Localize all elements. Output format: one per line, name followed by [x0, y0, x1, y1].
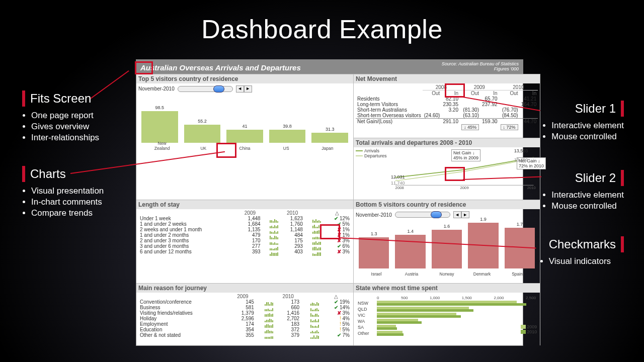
- top5-month: November-2010: [138, 86, 175, 92]
- annot-charts: Charts Visual presentation In-chart comm…: [22, 166, 104, 219]
- svg-text:2010: 2010: [527, 186, 536, 190]
- panel-total-arrivals: Total arrivals and departures 2008 - 201…: [354, 138, 540, 200]
- state-row-WA: WA: [358, 318, 536, 324]
- annot-slider1: Slider 1 Interactive element Mouse contr…: [551, 101, 624, 143]
- state-row-SA: SA: [358, 324, 536, 330]
- state-row-VIC: VIC: [358, 312, 536, 318]
- bar-UK: 55.2: [184, 125, 221, 142]
- state-legend: 2009 2010: [521, 324, 537, 334]
- top5-prev-button[interactable]: ◄: [236, 85, 244, 93]
- top5-slider[interactable]: [178, 86, 233, 92]
- dashboard: Australian Overseas Arrivals and Departu…: [136, 59, 523, 346]
- panel-top5: Top 5 visitors country of residence Nove…: [136, 74, 354, 200]
- panel-states: State where most time spent 05001,0001,5…: [354, 283, 540, 345]
- state-row-Other: Other: [358, 330, 536, 336]
- bar-Spain: 1.7: [505, 228, 535, 269]
- bottom5-slider[interactable]: [395, 212, 450, 218]
- bar-Norway: 1.6: [432, 230, 462, 268]
- dashboard-title: Australian Overseas Arrivals and Departu…: [140, 63, 301, 72]
- panel-bottom5: Bottom 5 visitors country of residence N…: [354, 200, 540, 283]
- annot-fits-screen: Fits Screen One page report Gives overvi…: [22, 90, 99, 144]
- panel-net-movement: Net Movement 200820092010OutInOutInOutIn…: [354, 74, 540, 138]
- svg-text:2009: 2009: [460, 186, 469, 190]
- bar-Japan: 31.3: [311, 133, 348, 143]
- bar-Israel: 1.3: [359, 237, 389, 268]
- panel-length-of-stay: Length of stay 20092010△Under 1 week1,44…: [136, 200, 354, 283]
- state-row-QLD: QLD: [358, 306, 536, 312]
- svg-text:2008: 2008: [395, 186, 404, 190]
- bar-New-Zealand: 98.5: [141, 111, 178, 143]
- dashboard-header: Australian Overseas Arrivals and Departu…: [136, 60, 523, 74]
- legend-arrivals: Arrivals: [356, 148, 391, 153]
- annot-checkmarks: Checkmarks Visual indicators: [549, 236, 624, 267]
- bar-China: 41: [226, 130, 263, 143]
- bottom5-chart: 1.31.41.61.91.7IsraelAustriaNorwayDenmar…: [356, 220, 538, 276]
- top5-next-button[interactable]: ►: [244, 85, 252, 93]
- state-row-NSW: NSW: [358, 300, 536, 306]
- top5-chart: 98.555.24139.831.3New ZealandUKChinaUSJa…: [138, 95, 351, 150]
- panel-main-reason: Main reason for journey 20092010△Convent…: [136, 283, 354, 345]
- annot-slider2: Slider 2 Interactive element Mouse contr…: [551, 170, 624, 212]
- slide-title: Dashboard Example: [0, 0, 644, 44]
- tooltip-2009: Net Gain ↓ 45% in 2009: [451, 149, 480, 161]
- bottom5-month: November-2010: [356, 212, 392, 218]
- bar-Austria: 1.4: [395, 235, 425, 268]
- bar-US: 39.8: [269, 130, 306, 142]
- bar-Denmark: 1.9: [468, 223, 498, 268]
- bottom5-prev-button[interactable]: ◄: [453, 211, 461, 218]
- legend-departures: Departures: [356, 153, 391, 158]
- bottom5-next-button[interactable]: ►: [461, 211, 469, 218]
